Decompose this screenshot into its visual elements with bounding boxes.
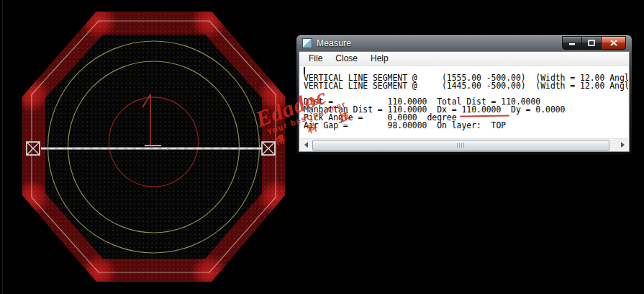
minimize-icon: [568, 40, 576, 46]
scroll-left-button[interactable]: [301, 141, 311, 149]
caption-buttons: [562, 36, 626, 50]
close-button[interactable]: [602, 36, 626, 50]
measure-app-icon: [302, 38, 312, 48]
window-title: Measure: [317, 38, 351, 48]
menu-file[interactable]: File: [302, 53, 329, 63]
measure-window: Measure File Close Help VERTICAL LINE SE…: [296, 35, 632, 154]
horizontal-scrollbar[interactable]: [300, 138, 628, 151]
scrollbar-thumb[interactable]: [312, 140, 609, 151]
measure-endpoint-right[interactable]: [262, 142, 275, 155]
measure-line[interactable]: [41, 147, 263, 149]
segment-line-2: VERTICAL LINE SEGMENT @ (1445.00 -500.00…: [304, 81, 628, 91]
maximize-icon: [588, 40, 595, 46]
air-gap-line: Air Gap = 98.00000 On layer: TOP: [304, 120, 506, 130]
menu-close[interactable]: Close: [329, 53, 364, 63]
measure-output-area[interactable]: VERTICAL LINE SEGMENT @ (1555.00 -500.00…: [300, 66, 628, 139]
pcb-editor-canvas: Measure File Close Help VERTICAL LINE SE…: [0, 0, 644, 294]
scroll-right-icon: [621, 142, 625, 148]
measure-endpoint-left[interactable]: [27, 142, 40, 155]
text-caret: [304, 67, 305, 74]
close-icon: [610, 40, 617, 46]
menu-help[interactable]: Help: [364, 53, 395, 63]
minimize-button[interactable]: [562, 36, 582, 50]
menu-bar: File Close Help: [299, 52, 629, 66]
pad-dot-grid: [22, 12, 285, 282]
scroll-right-button[interactable]: [617, 141, 627, 149]
window-body: File Close Help VERTICAL LINE SEGMENT @ …: [299, 51, 630, 152]
maximize-button[interactable]: [582, 36, 602, 50]
dx-value-underlined: 110.0000: [461, 104, 501, 115]
scrollbar-grip: [457, 143, 466, 148]
measure-output-text: VERTICAL LINE SEGMENT @ (1555.00 -500.00…: [300, 66, 628, 130]
scroll-left-icon: [304, 142, 308, 148]
